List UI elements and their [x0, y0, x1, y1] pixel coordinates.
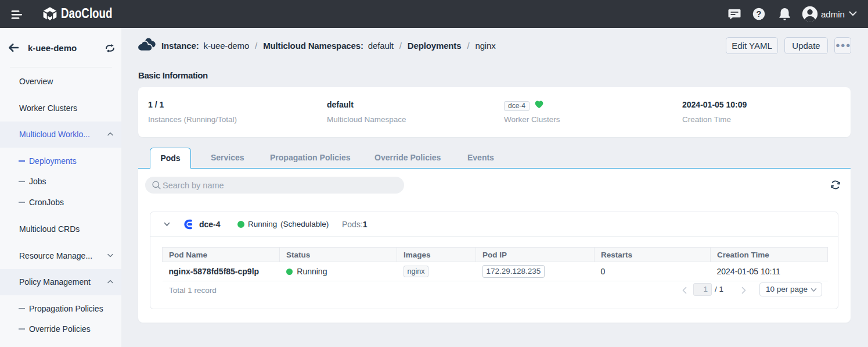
- svg-text:?: ?: [757, 9, 762, 19]
